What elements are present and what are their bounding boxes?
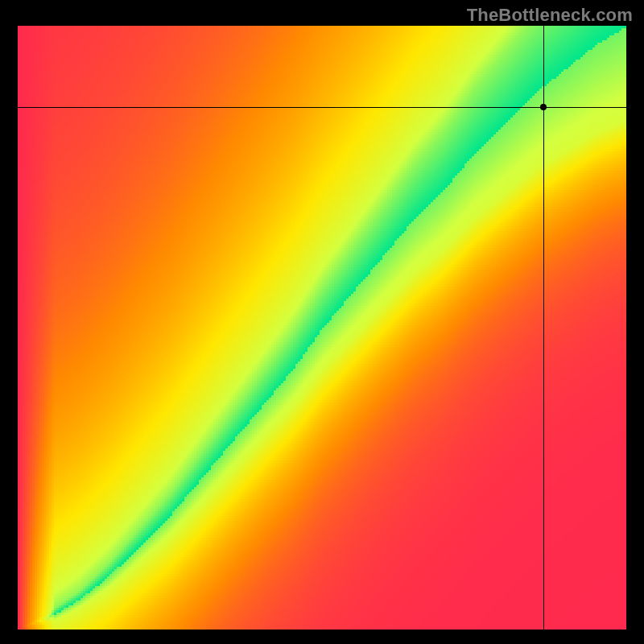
heatmap-plot — [18, 26, 626, 630]
crosshair-vertical — [543, 26, 544, 630]
crosshair-horizontal — [18, 107, 626, 108]
crosshair-dot — [540, 104, 547, 110]
heatmap-canvas — [18, 26, 626, 630]
watermark: TheBottleneck.com — [467, 5, 633, 26]
